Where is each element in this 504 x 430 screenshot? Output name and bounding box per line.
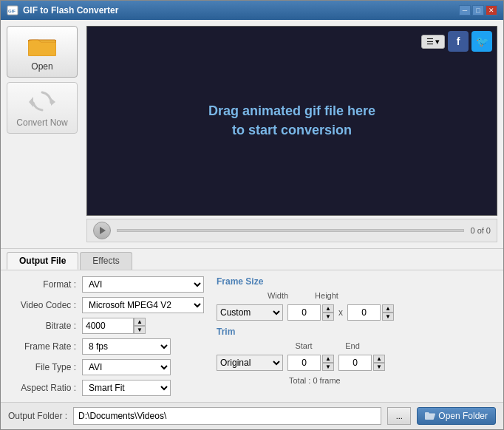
- frame-size-section: Frame Size Width Height Custom: [217, 276, 494, 321]
- video-codec-label: Video Codec :: [10, 300, 76, 310]
- video-codec-control: Microsoft MPEG4 V2: [82, 297, 204, 313]
- twitter-button[interactable]: 🐦: [471, 31, 492, 52]
- svg-text:GIF: GIF: [8, 9, 16, 13]
- open-folder-label: Open Folder: [438, 411, 488, 421]
- format-label: Format :: [10, 279, 76, 290]
- trim-start-label: Start: [289, 341, 319, 350]
- close-button[interactable]: ✕: [486, 5, 497, 16]
- height-up[interactable]: ▲: [382, 304, 394, 313]
- frame-size-select[interactable]: Custom: [217, 304, 283, 321]
- trim-end-up[interactable]: ▲: [373, 355, 385, 363]
- frame-counter: 0 of 0: [470, 226, 491, 235]
- file-type-select[interactable]: AVI: [82, 359, 171, 375]
- bitrate-input[interactable]: [82, 318, 134, 334]
- video-player: ☰ ▾ f 🐦 Drag animated gif file here to s…: [86, 26, 497, 216]
- trim-start-input[interactable]: [287, 355, 321, 371]
- svg-marker-6: [29, 97, 33, 107]
- trim-start-down[interactable]: ▼: [322, 363, 334, 371]
- app-icon: GIF: [7, 4, 18, 16]
- bitrate-control: ▲ ▼: [82, 318, 202, 334]
- trim-end-input[interactable]: [338, 355, 372, 371]
- width-input-group: ▲ ▼: [287, 304, 334, 321]
- trim-end-group: ▲ ▼: [338, 355, 385, 371]
- left-panel: Open Convert Now: [7, 26, 81, 242]
- video-codec-select[interactable]: Microsoft MPEG4 V2: [82, 297, 204, 313]
- width-down[interactable]: ▼: [322, 313, 334, 321]
- trim-total: Total : 0 frame: [289, 376, 341, 385]
- svg-marker-5: [51, 98, 55, 106]
- top-right-controls: ☰ ▾ f 🐦: [421, 31, 492, 52]
- open-label: Open: [31, 61, 52, 72]
- tab-output-file[interactable]: Output File: [7, 252, 78, 270]
- folder-open-icon: [425, 412, 435, 420]
- trim-start-group: ▲ ▼: [287, 355, 334, 371]
- open-button[interactable]: Open: [7, 26, 78, 78]
- tabs-bar: Output File Effects: [1, 249, 503, 270]
- trim-title: Trim: [217, 327, 494, 337]
- title-buttons: ─ □ ✕: [459, 5, 497, 16]
- bitrate-spinner: ▲ ▼: [134, 318, 146, 334]
- bitrate-row: Bitrate : ▲ ▼: [10, 318, 202, 334]
- file-type-row: File Type : AVI: [10, 359, 202, 375]
- maximize-button[interactable]: □: [472, 5, 484, 16]
- minimize-button[interactable]: ─: [459, 5, 471, 16]
- file-type-control: AVI: [82, 359, 202, 375]
- video-codec-row: Video Codec : Microsoft MPEG4 V2: [10, 297, 202, 313]
- trim-start-spinner: ▲ ▼: [322, 355, 334, 371]
- trim-start-up[interactable]: ▲: [322, 355, 334, 363]
- trim-end-label: End: [338, 341, 367, 350]
- title-bar-left: GIF GIF to Flash Converter: [7, 4, 118, 16]
- height-spinner: ▲ ▼: [382, 304, 394, 321]
- convert-icon: [27, 88, 57, 115]
- frame-rate-control: 8 fps: [82, 338, 202, 355]
- height-input[interactable]: [347, 304, 381, 321]
- trim-end-down[interactable]: ▼: [373, 363, 385, 371]
- width-up[interactable]: ▲: [322, 304, 334, 313]
- bitrate-label: Bitrate :: [10, 321, 76, 331]
- list-button[interactable]: ☰ ▾: [421, 35, 445, 49]
- title-bar: GIF GIF to Flash Converter ─ □ ✕: [1, 1, 503, 20]
- convert-label: Convert Now: [16, 117, 67, 128]
- tab-effects[interactable]: Effects: [80, 252, 132, 270]
- trim-row: Original ▲ ▼ ▲: [217, 355, 494, 371]
- height-down[interactable]: ▼: [382, 313, 394, 321]
- aspect-ratio-label: Aspect Ratio :: [10, 383, 76, 393]
- format-control: AVI: [82, 276, 204, 293]
- video-placeholder: Drag animated gif file here to start con…: [208, 102, 375, 139]
- playback-bar: 0 of 0: [86, 219, 497, 242]
- format-select[interactable]: AVI: [82, 276, 204, 293]
- play-icon: [100, 227, 106, 234]
- file-type-label: File Type :: [10, 362, 76, 372]
- frame-rate-label: Frame Rate :: [10, 341, 76, 352]
- bitrate-down[interactable]: ▼: [134, 326, 146, 334]
- app-window: GIF GIF to Flash Converter ─ □ ✕: [0, 0, 504, 430]
- progress-bar[interactable]: [117, 229, 464, 232]
- frame-size-row: Custom ▲ ▼ x: [217, 304, 494, 321]
- width-label: Width: [263, 291, 293, 300]
- format-row: Format : AVI: [10, 276, 202, 293]
- height-input-group: ▲ ▼: [347, 304, 394, 321]
- bitrate-up[interactable]: ▲: [134, 318, 146, 326]
- trim-end-spinner: ▲ ▼: [373, 355, 385, 371]
- folder-icon: [27, 32, 57, 58]
- convert-button[interactable]: Convert Now: [7, 82, 78, 134]
- main-content: Open Convert Now ☰: [1, 20, 503, 248]
- left-settings: Format : AVI Video Codec : Microsoft MPE…: [10, 276, 202, 396]
- width-spinner: ▲ ▼: [322, 304, 334, 321]
- play-button[interactable]: [93, 222, 111, 239]
- trim-select[interactable]: Original: [217, 355, 283, 371]
- output-path-input[interactable]: [73, 407, 381, 425]
- bottom-bar: Output Folder : ... Open Folder: [1, 402, 503, 429]
- aspect-ratio-select[interactable]: Smart Fit: [82, 380, 171, 396]
- aspect-ratio-row: Aspect Ratio : Smart Fit: [10, 380, 202, 396]
- window-title: GIF to Flash Converter: [23, 5, 118, 16]
- list-icon: ☰: [426, 37, 434, 47]
- width-input[interactable]: [287, 304, 321, 321]
- tabs-area: Output File Effects Format : AVI Vide: [1, 248, 503, 402]
- settings-panel: Format : AVI Video Codec : Microsoft MPE…: [1, 270, 503, 402]
- output-folder-label: Output Folder :: [8, 411, 67, 421]
- facebook-button[interactable]: f: [448, 31, 469, 52]
- frame-rate-select[interactable]: 8 fps: [82, 338, 171, 355]
- browse-button[interactable]: ...: [387, 407, 411, 425]
- open-folder-button[interactable]: Open Folder: [417, 407, 496, 425]
